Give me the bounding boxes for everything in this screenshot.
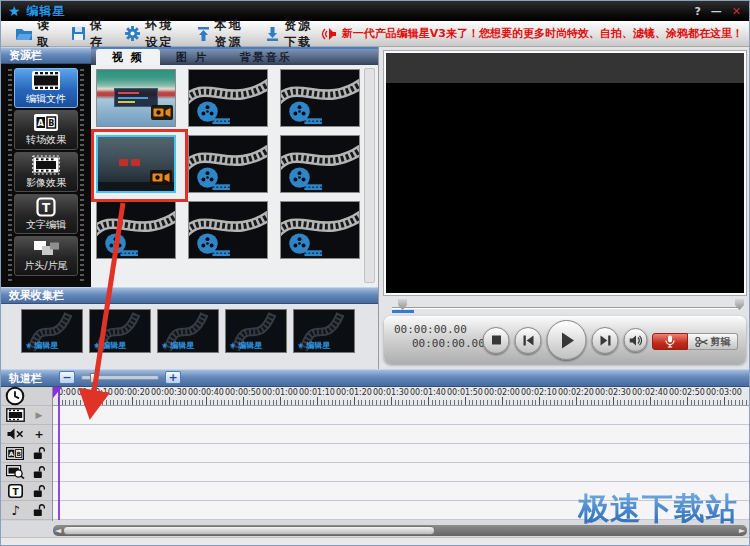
sidebar-item-0[interactable]: 编辑文件 [14,68,78,108]
music-track-button[interactable] [29,504,49,517]
play-button[interactable] [547,320,587,360]
video-letterbox [386,53,744,83]
playhead-marker[interactable] [53,387,62,398]
stop-button[interactable] [483,327,510,354]
media-vertical-scrollbar[interactable] [364,68,375,283]
play-icon [559,332,574,349]
media-thumbnail-5[interactable] [280,135,360,193]
timeline-ruler[interactable]: 0:0000:00:1000:00:2000:00:3000:00:4000:0… [53,387,750,406]
text-track-button[interactable] [29,485,49,498]
scroll-right-arrow-icon[interactable]: ► [737,525,747,536]
audio-track-lane[interactable] [53,425,750,444]
promo-notice[interactable]: 新一代产品编辑星V3来了！您想要的更多时尚特效、自拍、滤镜、涂鸦都在这里！ [321,26,743,41]
text-track-icon: T [8,484,23,498]
sidebar-item-2[interactable]: 影像效果 [14,152,78,192]
toolbar-button-label: 环境设定 [145,17,181,51]
playhead-line [58,388,60,520]
seek-bar [384,299,746,314]
video-track-button[interactable]: ▶ [29,410,49,420]
main-toolbar: 读 取保 存环境设定本地资源资源下载 新一代产品编辑星V3来了！您想要的更多时尚… [1,21,750,47]
effects-collection-bar: 效果收集栏 ★编辑星★编辑星★编辑星★编辑星★编辑星 [1,287,379,369]
effect-thumbnail-1[interactable]: ★编辑星 [89,309,151,353]
placeholder-reel [97,202,175,258]
video-track-lane[interactable] [53,406,750,425]
ruler-label: 00:02:50 [669,388,705,397]
effect-watermark: ★编辑星 [25,342,58,350]
toolbar-button-4[interactable]: 资源下载 [266,17,321,51]
volume-button[interactable] [624,328,648,352]
timeline-scrollbar-thumb[interactable] [63,526,435,535]
prev-frame-button[interactable] [515,327,542,354]
effect-thumbnail-0[interactable]: ★编辑星 [21,309,83,353]
scroll-left-arrow-icon[interactable]: ◄ [53,525,63,536]
sidebar-item-label: 编辑文件 [26,92,66,106]
effect-watermark: ★编辑星 [297,342,330,350]
video-preview-screen [384,51,746,295]
media-thumbnail-6[interactable] [96,201,176,259]
seek-track[interactable] [392,307,738,309]
speaker-muted-icon [7,428,24,440]
media-tab-0[interactable]: 视 频 [96,49,160,65]
media-tab-1[interactable]: 图 片 [160,49,224,65]
ruler-label: 00:01:30 [373,388,409,397]
ruler-label: 00:02:20 [558,388,594,397]
media-thumbnail-2[interactable] [280,69,360,127]
media-thumbnail-0[interactable] [96,69,176,127]
transition-track-lane[interactable] [53,444,750,463]
sidebar-item-3[interactable]: T文字编辑 [14,194,78,234]
sidebar-item-1[interactable]: AB转场效果 [14,110,78,150]
effect-thumbnail-4[interactable]: ★编辑星 [293,309,355,353]
svg-text:♪: ♪ [11,503,19,517]
ruler-label: 00:03:00 [706,388,742,397]
toolbar-button-2[interactable]: 环境设定 [125,17,181,51]
ruler-label: 00:01:50 [447,388,483,397]
effect-thumbnail-2[interactable]: ★编辑星 [157,309,219,353]
transition-track-header: AB [1,444,52,463]
timeline-zoom-slider-thumb[interactable] [90,373,97,383]
next-frame-icon [599,335,611,346]
transition-ab-icon: AB [33,113,59,132]
record-voice-button[interactable] [652,333,688,350]
filmstrip-perforation [80,69,84,283]
timeline-zoom-out-button[interactable]: − [59,371,75,384]
media-thumbnail-7[interactable] [188,201,268,259]
music-track-lane[interactable] [53,501,750,520]
toolbar-button-0[interactable]: 读 取 [16,17,57,51]
ruler-label: 00:02:00 [484,388,520,397]
effect-thumbnail-3[interactable]: ★编辑星 [225,309,287,353]
ruler-label: 00:00:50 [225,388,261,397]
ruler-label: 00:02:30 [595,388,631,397]
effect-track-lane[interactable] [53,463,750,482]
ruler-label: 00:00:30 [151,388,187,397]
minimize-button[interactable]: — [711,6,722,17]
music-note-icon: ♪ [9,503,22,517]
clip-edit-button[interactable]: 剪辑 [688,333,738,350]
effect-track-button[interactable] [29,466,49,479]
resource-sidebar-header: 资源栏 [1,47,91,64]
text-track-lane[interactable] [53,482,750,501]
ruler-label: 00:00:40 [188,388,224,397]
media-tab-2[interactable]: 背景音乐 [224,49,308,65]
timeline-zoom-in-button[interactable]: + [165,371,181,384]
sidebar-item-4[interactable]: 片头/片尾 [14,236,78,276]
media-thumbnail-8[interactable] [280,201,360,259]
toolbar-button-3[interactable]: 本地资源 [197,17,252,51]
ruler-label: 00:02:10 [521,388,557,397]
timeline-horizontal-scrollbar[interactable]: ◄ ► [53,525,747,536]
close-button[interactable]: ✕ [732,6,741,17]
help-button[interactable]: ? [694,6,700,17]
text-track-header: T [1,482,52,501]
toolbar-button-1[interactable]: 保 存 [72,17,111,51]
next-frame-button[interactable] [592,327,619,354]
local-resource-icon [197,27,210,41]
toolbar-button-label: 读 取 [37,17,57,51]
media-thumbnail-1[interactable] [188,69,268,127]
transition-track-button[interactable] [29,447,49,460]
intro-outro-icon [31,239,61,258]
ruler-label: 00:01:40 [410,388,446,397]
timeline-zoom-slider[interactable] [81,375,159,380]
scissors-icon [695,337,708,347]
media-thumbnail-4[interactable] [188,135,268,193]
audio-track-button[interactable]: + [29,429,49,440]
media-thumbnail-3[interactable] [96,135,176,193]
